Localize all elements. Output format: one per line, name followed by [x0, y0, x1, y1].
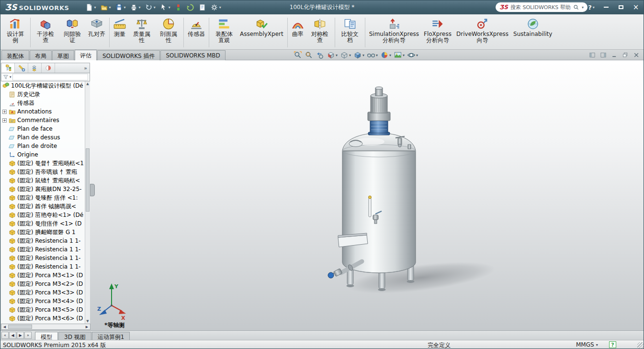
filter-dropdown-arrow-icon[interactable]: ▾: [10, 75, 11, 79]
panel-tabs-overflow-button[interactable]: »: [81, 65, 90, 71]
assemblyxpert-button[interactable]: AssemblyXpert: [237, 16, 286, 49]
view-settings-button[interactable]: ▾: [407, 51, 418, 59]
tree-item[interactable]: (固定) Resistencia 1 1-: [1, 262, 90, 271]
assembly-visualization-button[interactable]: 装配体直观: [211, 16, 237, 49]
tree-item[interactable]: Plan de face: [1, 124, 90, 133]
tree-item[interactable]: (固定) Porca M3<6> (D: [1, 314, 90, 323]
mass-properties-button[interactable]: 质量属性: [128, 16, 155, 49]
tree-item[interactable]: 历史记录: [1, 90, 90, 99]
floxpress-button[interactable]: FloXpress分析向导: [421, 16, 454, 49]
new-document-button[interactable]: ▾: [84, 1, 98, 13]
tree-item[interactable]: (固定) 襄疱赕DN 32-25-: [1, 185, 90, 193]
section-view-button[interactable]: ▾: [326, 51, 338, 59]
help-button[interactable]: ?▾: [587, 3, 596, 11]
tree-item[interactable]: (固定) Porca M3<1> (D: [1, 271, 90, 280]
select-arrow-button[interactable]: ▾: [158, 1, 172, 13]
scroll-down-arrow-icon[interactable]: ▼: [85, 319, 90, 324]
vertical-scroll-thumb[interactable]: [86, 148, 90, 212]
tree-item[interactable]: (固定) 曼督忄萱疱旸栝<1: [1, 159, 90, 168]
tree-item[interactable]: (固定) Resistencia 1 1-: [1, 245, 90, 254]
save-button[interactable]: ▾: [113, 1, 127, 13]
tree-item[interactable]: (固定) 吾帝嚆赅 忄萱疱: [1, 168, 90, 176]
close-button[interactable]: ×: [632, 3, 640, 11]
tree-item[interactable]: 100L化学槽罐设计模型 (Dé: [1, 81, 90, 90]
zoom-area-button[interactable]: [304, 51, 314, 59]
tree-item[interactable]: Plan de droite: [1, 142, 90, 150]
dropdown-arrow-icon[interactable]: ▾: [389, 53, 391, 57]
sensor-button[interactable]: 传感器: [185, 16, 207, 49]
print-button[interactable]: ▾: [128, 1, 142, 13]
pane-left-button[interactable]: [588, 51, 596, 59]
tree-item[interactable]: (固定) 酋佯 钺腩嚆觇<: [1, 202, 90, 211]
tree-item[interactable]: (固定) Resistencia 1 1-: [1, 236, 90, 245]
dropdown-arrow-icon[interactable]: ▾: [139, 5, 141, 10]
driveworksxpress-button[interactable]: DriveWorksXpress向导: [454, 16, 511, 49]
sheet-nav-button-2[interactable]: ▶: [17, 332, 24, 339]
panel-tab-featuremanager[interactable]: [1, 63, 15, 73]
tree-item[interactable]: +Annotations: [1, 107, 90, 116]
tree-item[interactable]: (固定) Resistencia 1 1-: [1, 254, 90, 262]
curvature-button[interactable]: 曲率: [289, 16, 306, 49]
sheet-nav-button-1[interactable]: ◀: [9, 332, 16, 339]
dropdown-arrow-icon[interactable]: ▾: [403, 53, 405, 57]
units-dropdown-arrow-icon[interactable]: ▾: [596, 343, 598, 347]
tree-item[interactable]: +Commentaires: [1, 116, 90, 124]
filter-funnel-icon[interactable]: [3, 74, 9, 80]
command-tab-0[interactable]: 装配体: [1, 50, 29, 60]
search-icon[interactable]: [573, 4, 579, 11]
dropdown-arrow-icon[interactable]: ▾: [362, 53, 364, 57]
sustainability-button[interactable]: Sustainability: [511, 16, 554, 49]
help-search-box[interactable]: ƷS 搜索 SOLIDWORKS 帮助 ▾: [496, 2, 588, 12]
tree-horizontal-scrollbar[interactable]: ◀ ▶: [1, 324, 90, 330]
clearance-verification-button[interactable]: 间隙验证: [59, 16, 86, 49]
tree-item[interactable]: (固定) 曼臻酐 痦佯 <1:: [1, 193, 90, 202]
tree-item[interactable]: (固定) Porca M3<4> (D: [1, 297, 90, 305]
interference-check-button[interactable]: 干涉检查: [32, 16, 59, 49]
bottom-tab-2[interactable]: 运动算例1: [92, 332, 130, 340]
tree-item[interactable]: 传感器: [1, 99, 90, 107]
symmetry-check-button[interactable]: 对称检查: [306, 16, 333, 49]
panel-tab-propertymanager[interactable]: [15, 63, 28, 73]
view-orientation-button[interactable]: ▾: [339, 51, 351, 59]
dropdown-arrow-icon[interactable]: ▾: [109, 5, 111, 10]
tree-item[interactable]: (固定) Porca M3<2> (D: [1, 280, 90, 288]
graphics-viewport[interactable]: Y X Z *等轴测: [0, 60, 644, 330]
tree-item[interactable]: Origine: [1, 150, 90, 159]
sheet-nav-button-0[interactable]: «: [1, 332, 9, 339]
tree-item[interactable]: Plan de dessus: [1, 133, 90, 142]
section-properties-button[interactable]: 剖面属性: [155, 16, 182, 49]
pane-right-button[interactable]: [599, 51, 607, 59]
expand-toggle-icon[interactable]: +: [2, 118, 7, 123]
previous-view-button[interactable]: [315, 51, 325, 59]
horizontal-scroll-track[interactable]: [8, 324, 84, 329]
tree-item[interactable]: (固定) Porca M3<5> (D: [1, 305, 90, 314]
search-input[interactable]: 搜索 SOLIDWORKS 帮助: [510, 4, 571, 11]
apply-scene-button[interactable]: ▾: [393, 51, 405, 59]
tree-filter-row[interactable]: ▾: [1, 73, 90, 81]
resize-grip[interactable]: [637, 342, 644, 349]
maximize-button[interactable]: [617, 3, 625, 11]
model-3d[interactable]: [268, 72, 503, 316]
quick-tips-help-badge[interactable]: ?: [609, 341, 616, 348]
bottom-tab-0[interactable]: 模型: [35, 332, 58, 340]
hole-alignment-button[interactable]: 孔对齐: [86, 16, 108, 49]
dropdown-arrow-icon[interactable]: ▾: [416, 53, 418, 57]
tree-item[interactable]: (固定) 茁艳夺耠<1> (Dé: [1, 211, 90, 219]
dropdown-arrow-icon[interactable]: ▾: [154, 5, 156, 10]
restore-document-button[interactable]: [621, 51, 629, 59]
command-tab-1[interactable]: 布局: [30, 50, 52, 60]
measure-button[interactable]: 测量: [111, 16, 128, 49]
sheet-nav-button-3[interactable]: »: [24, 332, 32, 339]
tree-item[interactable]: (固定) 曼疳痦佯 <1> (D: [1, 219, 90, 228]
dropdown-arrow-icon[interactable]: ▾: [376, 53, 378, 57]
expand-toggle-icon[interactable]: +: [2, 110, 7, 114]
tree-vertical-scrollbar[interactable]: ▲ ▼: [85, 81, 90, 324]
edit-appearance-button[interactable]: ▾: [380, 51, 392, 59]
hide-show-items-button[interactable]: ▾: [366, 51, 378, 59]
help-dropdown-arrow-icon[interactable]: ▾: [593, 5, 595, 10]
horizontal-scroll-thumb[interactable]: [8, 325, 32, 329]
command-tab-5[interactable]: SOLIDWORKS MBD: [160, 50, 225, 60]
minimize-button[interactable]: [602, 3, 610, 11]
selection-filter-button[interactable]: [173, 1, 184, 13]
simulationxpress-button[interactable]: SimulationXpress分析向导: [367, 16, 421, 49]
